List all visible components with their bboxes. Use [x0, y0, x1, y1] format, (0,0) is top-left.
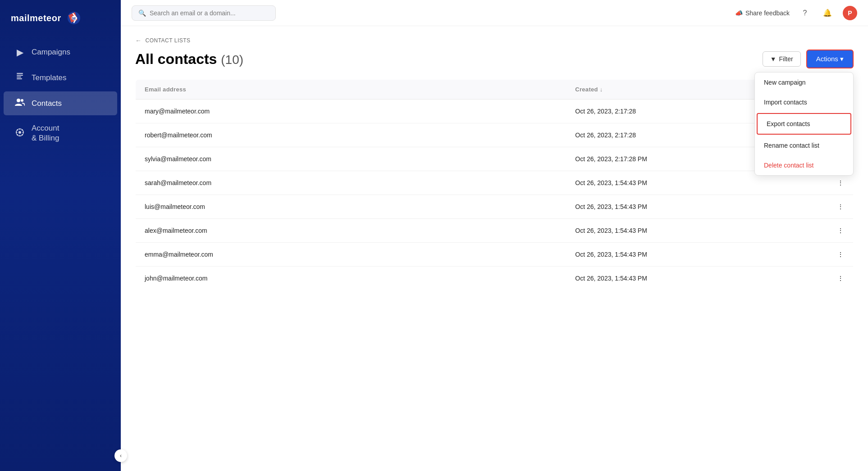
email-cell: sylvia@mailmeteor.com: [136, 147, 566, 171]
column-email: Email address: [136, 80, 566, 100]
svg-rect-4: [17, 75, 23, 76]
search-icon: 🔍: [138, 9, 146, 17]
created-cell: Oct 26, 2023, 1:54:43 PM: [566, 219, 791, 243]
email-cell: mary@mailmeteor.com: [136, 100, 566, 123]
actions-button[interactable]: Actions ▾: [806, 50, 854, 68]
sidebar-item-templates[interactable]: Templates: [4, 66, 117, 90]
table-row: sylvia@mailmeteor.com Oct 26, 2023, 2:17…: [136, 147, 854, 171]
filter-icon: ▼: [770, 55, 777, 63]
topbar: 🔍 📣 Share feedback ? 🔔 P: [121, 0, 868, 26]
table-row: robert@mailmeteor.com Oct 26, 2023, 2:17…: [136, 123, 854, 147]
dropdown-import-contacts[interactable]: Import contacts: [755, 92, 853, 112]
created-cell: Oct 26, 2023, 1:54:43 PM: [566, 195, 791, 219]
filter-button[interactable]: ▼ Filter: [763, 51, 801, 67]
table-row: emma@mailmeteor.com Oct 26, 2023, 1:54:4…: [136, 243, 854, 267]
logo-icon: M: [65, 10, 81, 26]
help-icon: ?: [803, 9, 807, 17]
back-arrow-icon: ←: [135, 37, 142, 44]
svg-point-7: [17, 99, 20, 102]
dropdown-new-campaign[interactable]: New campaign: [755, 72, 853, 92]
search-input[interactable]: [150, 9, 269, 17]
svg-point-10: [18, 131, 21, 134]
bell-icon: 🔔: [823, 9, 832, 17]
svg-rect-5: [17, 77, 21, 77]
email-cell: alex@mailmeteor.com: [136, 219, 566, 243]
created-cell: Oct 26, 2023, 1:54:43 PM: [566, 243, 791, 267]
sidebar-item-label: Contacts: [32, 99, 62, 108]
billing-label: & Billing: [32, 133, 59, 143]
breadcrumb: ← CONTACT LISTS: [135, 37, 854, 44]
help-button[interactable]: ?: [798, 6, 812, 20]
sidebar-item-label: Templates: [32, 73, 66, 82]
row-menu-button[interactable]: ⋮: [791, 243, 854, 267]
email-cell: luis@mailmeteor.com: [136, 195, 566, 219]
row-menu-button[interactable]: ⋮: [791, 195, 854, 219]
logo[interactable]: mailmeteor M: [0, 0, 121, 36]
row-menu-button[interactable]: ⋮: [791, 219, 854, 243]
megaphone-icon: 📣: [735, 9, 743, 17]
table-row: mary@mailmeteor.com Oct 26, 2023, 2:17:2…: [136, 100, 854, 123]
account-label: Account: [32, 123, 59, 133]
table-row: luis@mailmeteor.com Oct 26, 2023, 1:54:4…: [136, 195, 854, 219]
email-cell: robert@mailmeteor.com: [136, 123, 566, 147]
actions-dropdown: New campaign Import contacts Export cont…: [754, 72, 854, 176]
sidebar: mailmeteor M ▶ Campaigns: [0, 0, 121, 471]
share-feedback-button[interactable]: 📣 Share feedback: [735, 9, 790, 17]
notifications-button[interactable]: 🔔: [820, 6, 835, 20]
contacts-table: Email address Created ↓ mary@mailmeteor.…: [135, 79, 854, 290]
main-content: 🔍 📣 Share feedback ? 🔔 P ← CONTACT LISTS: [121, 0, 868, 471]
sort-icon: ↓: [600, 86, 603, 93]
templates-icon: [14, 72, 25, 83]
table-row: alex@mailmeteor.com Oct 26, 2023, 1:54:4…: [136, 219, 854, 243]
share-feedback-label: Share feedback: [745, 9, 790, 17]
created-cell: Oct 26, 2023, 1:54:43 PM: [566, 267, 791, 290]
email-cell: sarah@mailmeteor.com: [136, 171, 566, 195]
svg-point-8: [21, 99, 23, 102]
user-avatar[interactable]: P: [843, 6, 857, 20]
header-actions: ▼ Filter Actions ▾ New campaign Import c…: [763, 50, 854, 68]
dropdown-export-contacts[interactable]: Export contacts: [757, 113, 851, 135]
sidebar-item-campaigns[interactable]: ▶ Campaigns: [4, 41, 117, 64]
page-header: All contacts (10) ▼ Filter Actions ▾ New…: [135, 50, 854, 68]
app-name: mailmeteor: [11, 13, 61, 23]
sidebar-item-contacts[interactable]: Contacts: [4, 91, 117, 115]
account-billing-icon: [14, 128, 25, 139]
breadcrumb-label[interactable]: CONTACT LISTS: [146, 37, 191, 44]
svg-rect-6: [17, 78, 22, 79]
campaigns-icon: ▶: [14, 47, 25, 58]
page-title: All contacts (10): [135, 51, 243, 68]
contacts-count: (10): [221, 53, 243, 67]
avatar-initial: P: [848, 9, 852, 17]
sidebar-nav: ▶ Campaigns Templates: [0, 36, 121, 154]
table-row: john@mailmeteor.com Oct 26, 2023, 1:54:4…: [136, 267, 854, 290]
contacts-icon: [14, 98, 25, 109]
page-content: ← CONTACT LISTS All contacts (10) ▼ Filt…: [121, 26, 868, 471]
account-billing-labels: Account & Billing: [32, 123, 59, 143]
topbar-right: 📣 Share feedback ? 🔔 P: [735, 6, 857, 20]
search-box[interactable]: 🔍: [132, 5, 276, 21]
dropdown-delete-contact-list[interactable]: Delete contact list: [755, 155, 853, 175]
dropdown-rename-contact-list[interactable]: Rename contact list: [755, 136, 853, 155]
email-cell: emma@mailmeteor.com: [136, 243, 566, 267]
table-row: sarah@mailmeteor.com Oct 26, 2023, 1:54:…: [136, 171, 854, 195]
sidebar-item-account-billing[interactable]: Account & Billing: [4, 117, 117, 149]
row-menu-button[interactable]: ⋮: [791, 267, 854, 290]
table-header: Email address Created ↓: [136, 80, 854, 100]
svg-rect-3: [17, 73, 23, 74]
table-body: mary@mailmeteor.com Oct 26, 2023, 2:17:2…: [136, 100, 854, 290]
sidebar-item-label: Campaigns: [32, 48, 70, 57]
email-cell: john@mailmeteor.com: [136, 267, 566, 290]
svg-text:M: M: [72, 16, 76, 21]
